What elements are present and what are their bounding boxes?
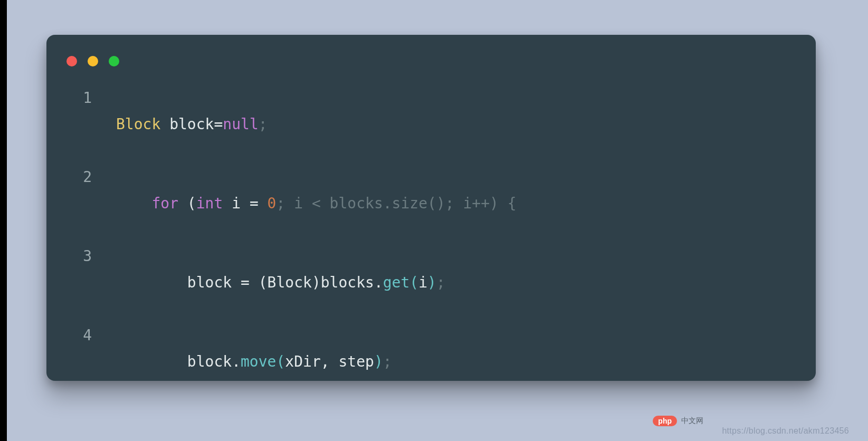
token-punct: ( bbox=[178, 195, 196, 212]
code-line: 1 Block block=null; bbox=[66, 85, 796, 164]
token-method: move bbox=[241, 353, 276, 370]
watermark-url: https://blog.csdn.net/akm123456 bbox=[722, 426, 849, 436]
line-number: 2 bbox=[66, 164, 92, 190]
indent bbox=[116, 195, 151, 212]
token-punct: ) bbox=[374, 353, 383, 370]
token-keyword: int bbox=[196, 195, 223, 212]
code-line: 4 block.move(xDir, step); bbox=[66, 322, 796, 381]
close-icon[interactable] bbox=[66, 56, 77, 66]
token-operator: = bbox=[214, 116, 223, 133]
token-identifier: block bbox=[160, 116, 214, 133]
code-line: 3 block = (Block)blocks.get(i); bbox=[66, 243, 796, 322]
token-punct: ) bbox=[427, 274, 436, 291]
token-method: get bbox=[383, 274, 410, 291]
line-number: 3 bbox=[66, 243, 92, 270]
token-identifier: i bbox=[223, 195, 250, 212]
token-dimmed: ; i < blocks.size(); i++) { bbox=[276, 195, 516, 212]
logo-cn-text: 中文网 bbox=[681, 416, 703, 426]
indent bbox=[116, 274, 187, 291]
code-content: for (int i = 0; i < blocks.size(); i++) … bbox=[116, 164, 517, 243]
code-content: Block block=null; bbox=[116, 85, 268, 164]
token-identifier: i bbox=[418, 274, 427, 291]
token-punct: ( bbox=[276, 353, 285, 370]
token-number: 0 bbox=[268, 195, 276, 212]
code-line: 2 for (int i = 0; i < blocks.size(); i++… bbox=[66, 164, 796, 243]
code-area: 1 Block block=null; 2 for (int i = 0; i … bbox=[66, 85, 796, 365]
token-identifier: xDir, step bbox=[285, 353, 374, 370]
token-keyword: for bbox=[151, 195, 178, 212]
line-number: 4 bbox=[66, 322, 92, 349]
token-punct: ( bbox=[409, 274, 418, 291]
window-traffic-lights bbox=[66, 56, 119, 66]
logo-pill: php bbox=[653, 416, 677, 426]
token-type: Block bbox=[116, 116, 160, 133]
token-keyword: null bbox=[223, 116, 258, 133]
page-stage: 1 Block block=null; 2 for (int i = 0; i … bbox=[0, 0, 868, 441]
token-punct: ; bbox=[259, 116, 268, 133]
token-identifier: block bbox=[187, 274, 241, 291]
code-content: block.move(xDir, step); bbox=[116, 322, 392, 381]
token-identifier: block. bbox=[187, 353, 241, 370]
line-number: 1 bbox=[66, 85, 92, 111]
indent bbox=[116, 353, 187, 370]
code-window: 1 Block block=null; 2 for (int i = 0; i … bbox=[46, 35, 816, 381]
token-operator: = bbox=[250, 195, 259, 212]
left-stripe bbox=[0, 0, 7, 441]
token-punct: ; bbox=[383, 353, 392, 370]
token-operator: = bbox=[241, 274, 250, 291]
token-identifier: (Block)blocks. bbox=[250, 274, 383, 291]
token-punct: ; bbox=[436, 274, 445, 291]
space bbox=[259, 195, 268, 212]
maximize-icon[interactable] bbox=[109, 56, 119, 66]
minimize-icon[interactable] bbox=[88, 56, 98, 66]
code-content: block = (Block)blocks.get(i); bbox=[116, 243, 445, 322]
watermark-logo: php 中文网 bbox=[653, 416, 703, 426]
